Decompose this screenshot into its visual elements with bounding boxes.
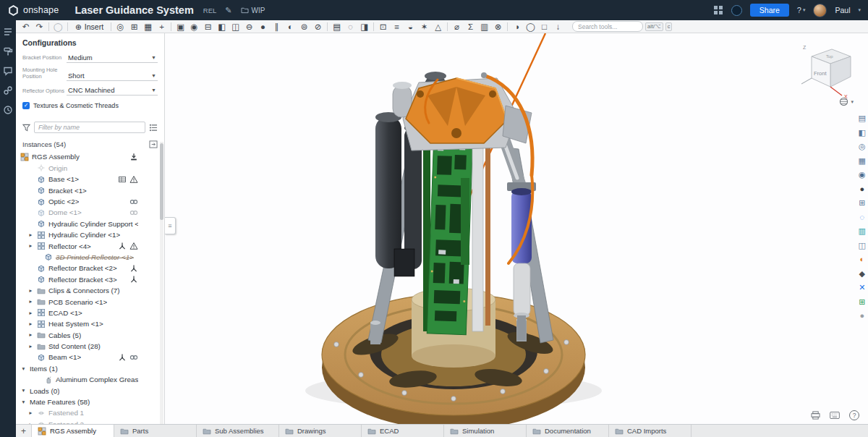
user-menu-chevron-icon[interactable]: ▾: [858, 7, 861, 13]
tree-row[interactable]: ▾Loads (0): [16, 385, 164, 396]
user-panel-icon[interactable]: ●: [859, 185, 864, 193]
graphics-canvas[interactable]: Front Top Z X ▾ ▤◧◎▦◉●⊞◌▥◫◐◆✕⊞● ?: [166, 33, 868, 424]
tree-row[interactable]: 3D Printed Reflector <1>: [16, 252, 164, 263]
tree-row[interactable]: Dome <1>: [16, 207, 164, 218]
apps-panel-icon[interactable]: ⊞: [859, 298, 865, 306]
tree-row[interactable]: ▸Heat System <1>: [16, 318, 164, 329]
tree-row[interactable]: Reflector Bracket <3>: [16, 274, 164, 285]
export-spreadsheet-icon[interactable]: ✕: [859, 284, 865, 292]
revolute-mate-icon[interactable]: ◉: [187, 21, 201, 33]
tree-row[interactable]: RGS Assembly: [16, 151, 164, 162]
workspace-indicator[interactable]: WIP: [241, 7, 265, 14]
ball-mate-icon[interactable]: ●: [256, 21, 270, 33]
redo-icon[interactable]: ↷: [33, 21, 46, 33]
mounting-hole-dropdown[interactable]: Short ▼: [67, 71, 158, 81]
tree-row[interactable]: ▸ECAD <1>: [16, 307, 164, 318]
panel-collapse-handle[interactable]: ≡: [165, 217, 176, 234]
tree-row[interactable]: ▸PCB Scenario <1>: [16, 296, 164, 307]
help-menu[interactable]: ? ▾: [797, 6, 806, 14]
feature-list-icon[interactable]: [3, 27, 13, 37]
gear-relation-icon[interactable]: ⊚: [297, 21, 311, 33]
parts-list-icon[interactable]: ◧: [859, 129, 866, 137]
chevron-down-icon[interactable]: ▾: [20, 399, 27, 405]
tree-row[interactable]: ▸Fastened 1: [16, 407, 164, 418]
mass-properties-icon[interactable]: Σ: [464, 21, 477, 33]
group-icon[interactable]: ⊞: [127, 21, 141, 33]
rename-icon[interactable]: ✎: [225, 6, 231, 15]
tab-documentation[interactable]: Documentation: [527, 425, 609, 437]
tree-row[interactable]: Origin: [16, 163, 164, 174]
tree-row[interactable]: Hydraulic Cylinder Support <1>: [16, 218, 164, 229]
mirror-icon[interactable]: ◨: [357, 21, 371, 33]
material-library-icon[interactable]: ◆: [859, 270, 865, 278]
chevron-right-icon[interactable]: ▸: [27, 410, 34, 416]
chevron-right-icon[interactable]: ▸: [27, 310, 34, 316]
tab-cad-imports[interactable]: CAD Imports: [609, 425, 692, 437]
render-studio-icon[interactable]: ◐: [859, 255, 864, 263]
chevron-right-icon[interactable]: ▸: [27, 299, 34, 305]
tab-drawings[interactable]: Drawings: [279, 425, 362, 437]
appearance-icon[interactable]: ◑: [510, 21, 524, 33]
panel-collapse-icon[interactable]: [149, 140, 158, 148]
pin-slot-mate-icon[interactable]: ⊖: [242, 21, 256, 33]
tree-row[interactable]: Aluminum Complex Grease <1>: [16, 374, 164, 385]
display-states-panel-icon[interactable]: ◫: [859, 242, 866, 250]
parallel-mate-icon[interactable]: ∥: [270, 21, 284, 33]
add-tab-button[interactable]: +: [16, 425, 32, 437]
tree-scrollbar-thumb[interactable]: [160, 143, 163, 220]
list-view-icon[interactable]: [149, 124, 158, 132]
named-positions-icon[interactable]: ≡: [390, 21, 404, 33]
resource-center-icon[interactable]: [731, 5, 742, 16]
mate-connector-icon[interactable]: +: [155, 21, 169, 33]
measure-icon[interactable]: ⌀: [450, 21, 464, 33]
app-store-icon[interactable]: [713, 5, 723, 15]
help-icon[interactable]: ?: [849, 410, 859, 420]
filter-funnel-icon[interactable]: [22, 124, 30, 132]
tab-parts[interactable]: Parts: [114, 425, 197, 437]
linked-documents-icon[interactable]: [3, 85, 13, 96]
interference-icon[interactable]: ⊗: [491, 21, 505, 33]
chevron-right-icon[interactable]: ▸: [27, 332, 34, 338]
slider-mate-icon[interactable]: ⊟: [201, 21, 215, 33]
tree-row[interactable]: ▾Mate Features (58): [16, 396, 164, 407]
replicate-icon[interactable]: ▦: [141, 21, 155, 33]
top-bracket[interactable]: [393, 78, 532, 150]
layers-icon[interactable]: ▦: [859, 157, 866, 165]
tab-ecad[interactable]: ECAD: [362, 425, 444, 437]
chevron-right-icon[interactable]: ▸: [27, 321, 34, 327]
tab-simulation[interactable]: Simulation: [444, 425, 527, 437]
tab-rgs-assembly[interactable]: RGS Assembly: [32, 425, 114, 437]
filter-input[interactable]: [34, 122, 145, 133]
mates-panel-icon[interactable]: ◎: [859, 143, 866, 150]
bom-panel-icon[interactable]: ▤: [859, 114, 866, 122]
chevron-right-icon[interactable]: ▸: [27, 344, 34, 349]
screw-relation-icon[interactable]: ⊘: [311, 21, 325, 33]
hole-icon[interactable]: ◯: [524, 21, 537, 33]
appearance-icon[interactable]: [3, 46, 13, 56]
chevron-right-icon[interactable]: ▸: [27, 288, 34, 294]
sphere-panel-icon[interactable]: ●: [859, 312, 864, 320]
mate-icon[interactable]: ◎: [114, 21, 127, 33]
tool-search-input[interactable]: [572, 21, 643, 32]
tree-row[interactable]: ▸Reflector <4>: [16, 240, 164, 251]
tree-row[interactable]: ▸Std Content (28): [16, 341, 164, 352]
view-settings-button[interactable]: ▾: [839, 97, 854, 106]
tree-row[interactable]: ▸Clips & Connectors (7): [16, 285, 164, 296]
display-states-icon[interactable]: ◒: [404, 21, 417, 33]
tree-row[interactable]: Bracket <1>: [16, 184, 164, 195]
export-icon[interactable]: ↓: [551, 21, 565, 33]
edit-in-context-icon[interactable]: ◯: [51, 21, 65, 33]
history-icon[interactable]: [3, 105, 13, 115]
fastened-mate-icon[interactable]: ▣: [174, 21, 187, 33]
onshape-logo[interactable]: onshape: [7, 4, 59, 17]
tangent-mate-icon[interactable]: ◐: [284, 21, 297, 33]
view-cube[interactable]: Front Top Z X: [794, 39, 861, 100]
tree-row[interactable]: ▸Hydraulic Cylinder <1>: [16, 229, 164, 240]
tree-row[interactable]: ▾Items (1): [16, 363, 164, 374]
user-avatar[interactable]: [813, 4, 827, 17]
custom-table-icon[interactable]: ▥: [859, 227, 866, 235]
linear-pattern-icon[interactable]: ▤: [330, 21, 344, 33]
target-icon[interactable]: ◌: [860, 213, 865, 221]
share-button[interactable]: Share: [750, 4, 789, 17]
named-views-icon[interactable]: ◉: [859, 171, 866, 179]
